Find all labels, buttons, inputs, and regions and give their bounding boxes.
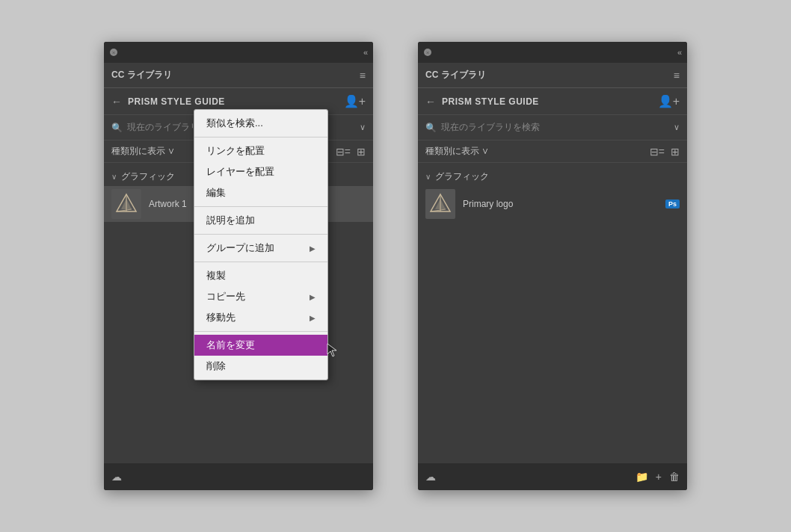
- menu-separator-5: [194, 331, 327, 332]
- menu-separator-2: [194, 206, 327, 207]
- close-button[interactable]: ×: [110, 49, 117, 56]
- panel-footer-right: ☁ 📁 + 🗑: [418, 463, 687, 490]
- breadcrumb-text-right: PRISM STYLE GUIDE: [442, 96, 539, 107]
- panel-content-right: ∨ グラフィック Primary logo Ps: [418, 163, 687, 463]
- panel-footer: ☁: [104, 463, 373, 490]
- prism-logo-svg: [115, 193, 138, 215]
- section-label: グラフィック: [121, 170, 175, 183]
- sort-icon[interactable]: ⊟=: [336, 146, 351, 158]
- item-thumbnail-right: [425, 189, 455, 219]
- prism-logo-svg-right: [429, 193, 452, 215]
- menu-item-copy-to[interactable]: コピー先 ▶: [194, 286, 327, 307]
- ps-badge: Ps: [665, 200, 680, 208]
- titlebar-left: × «: [104, 42, 373, 63]
- add-item-icon[interactable]: +: [656, 471, 662, 483]
- cloud-sync-icon[interactable]: ☁: [111, 471, 122, 483]
- add-user-icon[interactable]: 👤+: [344, 94, 366, 108]
- search-icon: 🔍: [111, 123, 123, 133]
- menu-item-delete[interactable]: 削除: [194, 356, 327, 377]
- add-user-icon-right[interactable]: 👤+: [658, 94, 680, 108]
- menu-item-add-to-group[interactable]: グループに追加 ▶: [194, 238, 327, 259]
- view-controls-row-right: 種類別に表示 ∨ ⊟= ⊞: [418, 140, 687, 163]
- menu-item-move-to[interactable]: 移動先 ▶: [194, 307, 327, 328]
- panel-header: CC ライブラリ ≡: [104, 63, 373, 88]
- new-folder-icon[interactable]: 📁: [635, 471, 648, 483]
- menu-item-duplicate[interactable]: 複製: [194, 265, 327, 286]
- back-arrow-icon-right[interactable]: ←: [425, 96, 436, 108]
- close-button-right[interactable]: ×: [424, 49, 431, 56]
- footer-actions: 📁 + 🗑: [635, 471, 680, 483]
- svg-marker-4: [327, 344, 336, 356]
- menu-separator-4: [194, 262, 327, 262]
- menu-separator-1: [194, 137, 327, 137]
- section-header-graphic-right[interactable]: ∨ グラフィック: [418, 167, 687, 186]
- section-chevron-icon: ∨: [111, 173, 117, 181]
- section-chevron-icon-right: ∨: [425, 173, 431, 181]
- breadcrumb-text: PRISM STYLE GUIDE: [128, 96, 225, 107]
- chevron-down-icon[interactable]: ∨: [360, 123, 366, 132]
- search-row-right: 🔍 現在のライブラリを検索 ∨: [418, 115, 687, 140]
- titlebar-controls: ×: [110, 49, 117, 56]
- menu-item-place-layer[interactable]: レイヤーを配置: [194, 161, 327, 182]
- right-panel: × « CC ライブラリ ≡ ← PRISM STYLE GUIDE 👤+ 🔍 …: [418, 42, 687, 490]
- left-panel: × « CC ライブラリ ≡ ← PRISM STYLE GUIDE 👤+ 🔍 …: [104, 42, 373, 490]
- cursor-icon: [326, 342, 338, 357]
- breadcrumb-row-right: ← PRISM STYLE GUIDE 👤+: [418, 88, 687, 115]
- back-arrow-icon[interactable]: ←: [111, 96, 122, 108]
- collapse-arrows[interactable]: «: [363, 48, 367, 57]
- search-input-right[interactable]: 現在のライブラリを検索: [441, 121, 674, 134]
- panel-header-right: CC ライブラリ ≡: [418, 63, 687, 88]
- menu-item-search-similar[interactable]: 類似を検索...: [194, 113, 327, 134]
- context-menu: 類似を検索... リンクを配置 レイヤーを配置 編集 説明を追加 グループに追加…: [194, 109, 328, 380]
- hamburger-menu-icon-right[interactable]: ≡: [674, 69, 680, 81]
- grid-icon[interactable]: ⊞: [357, 146, 366, 158]
- submenu-arrow-copy-icon: ▶: [310, 293, 316, 301]
- titlebar-right: × «: [418, 42, 687, 63]
- chevron-down-icon-right[interactable]: ∨: [674, 123, 680, 132]
- library-item-primary-logo[interactable]: Primary logo Ps: [418, 186, 687, 222]
- delete-icon[interactable]: 🗑: [669, 471, 680, 483]
- grid-icon-right[interactable]: ⊞: [671, 146, 680, 158]
- panel-title-right: CC ライブラリ: [425, 69, 486, 81]
- collapse-arrows-right[interactable]: «: [677, 48, 681, 57]
- sort-icon-right[interactable]: ⊟=: [650, 146, 665, 158]
- submenu-arrow-move-icon: ▶: [310, 314, 316, 322]
- menu-item-place-link[interactable]: リンクを配置: [194, 140, 327, 161]
- view-by-label[interactable]: 種類別に表示 ∨: [111, 145, 175, 158]
- submenu-arrow-icon: ▶: [310, 244, 316, 253]
- section-label-right: グラフィック: [435, 170, 489, 183]
- item-thumbnail: [111, 189, 141, 219]
- menu-separator-3: [194, 234, 327, 235]
- item-name-right: Primary logo: [463, 199, 665, 209]
- cloud-sync-icon-right[interactable]: ☁: [425, 471, 436, 483]
- menu-item-edit[interactable]: 編集: [194, 182, 327, 203]
- menu-item-add-description[interactable]: 説明を追加: [194, 210, 327, 231]
- titlebar-controls-right: ×: [424, 49, 431, 56]
- hamburger-menu-icon[interactable]: ≡: [360, 69, 366, 81]
- menu-item-rename[interactable]: 名前を変更: [194, 335, 327, 356]
- view-by-label-right[interactable]: 種類別に表示 ∨: [425, 145, 489, 158]
- search-icon-right: 🔍: [425, 123, 437, 133]
- panel-title: CC ライブラリ: [111, 69, 172, 81]
